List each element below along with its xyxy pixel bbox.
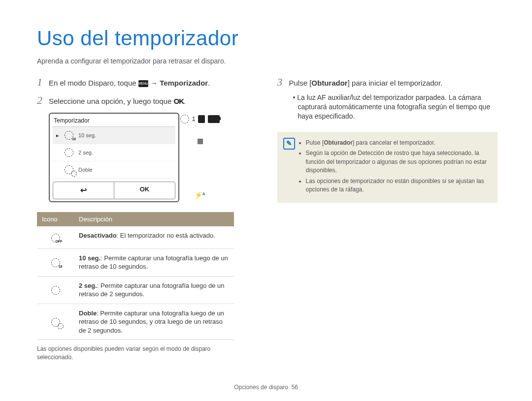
table-row: Doble: Permite capturar una fotografía l… <box>37 304 234 340</box>
info-item: Pulse [Obturador] para cancelar el tempo… <box>306 139 490 147</box>
info-icon: ✎ <box>283 138 295 150</box>
page-footer: Opciones de disparo 56 <box>0 383 532 391</box>
step1-bold: Temporizador <box>160 79 208 87</box>
step-number: 3 <box>277 75 289 90</box>
table-header-desc: Descripción <box>74 212 234 227</box>
lcd-item-label: Doble <box>78 166 93 174</box>
step1-post: . <box>208 79 210 87</box>
sd-card-icon <box>198 115 205 123</box>
timer-double-icon <box>65 165 73 174</box>
battery-icon <box>208 115 220 123</box>
timer-status-icon <box>180 115 189 123</box>
page-title: Uso del temporizador <box>37 25 498 53</box>
timer-off-icon: OFF <box>51 234 60 243</box>
step2-text: Seleccione una opción, y luego toque <box>49 97 174 105</box>
timer-2-icon <box>65 148 73 157</box>
left-column: 1 En el modo Disparo, toque MENU → Tempo… <box>37 75 258 361</box>
lcd-side-icons: 1 ▦ ⚡ᴬ <box>185 113 215 199</box>
step-1: 1 En el modo Disparo, toque MENU → Tempo… <box>37 75 258 90</box>
step-2: 2 Seleccione una opción, y luego toque O… <box>37 93 258 108</box>
lcd-item-label: 2 seg. <box>78 149 93 156</box>
timer-double-icon <box>51 318 60 327</box>
step1-text-pre: En el modo Disparo, toque <box>49 79 138 87</box>
lcd-item-label: 10 seg. <box>78 132 96 139</box>
step3-pre: Pulse [ <box>289 79 312 87</box>
step-3: 3 Pulse [Obturador] para iniciar el temp… <box>277 75 498 90</box>
counter-value: 1 <box>192 115 196 123</box>
table-footnote: Las opciones disponibles pueden variar s… <box>37 345 234 361</box>
step-number: 2 <box>37 93 49 108</box>
step-number: 1 <box>37 75 49 90</box>
step3-bold: Obturador <box>311 79 347 87</box>
table-header-icon: Icono <box>37 212 74 227</box>
lcd-option-2seg[interactable]: 2 seg. <box>53 144 175 161</box>
lcd-title: Temporizador <box>54 117 175 124</box>
info-box: ✎ Pulse [Obturador] para cancelar el tem… <box>277 132 498 203</box>
lcd-ok-button[interactable]: OK <box>114 182 175 199</box>
step3-post: ] para iniciar el temporizador. <box>348 79 443 87</box>
timer-10-icon: 10 <box>65 131 73 140</box>
timer-2-icon <box>51 286 60 295</box>
page-subtitle: Aprenda a configurar el temporizador par… <box>37 57 498 66</box>
timer-10-icon: 10 <box>51 258 60 267</box>
lcd-screenshot: Temporizador ▸ 10 10 seg. 2 seg. <box>49 113 258 202</box>
footer-page-number: 56 <box>292 384 298 391</box>
lcd-back-button[interactable]: ↩ <box>53 182 114 199</box>
lcd-option-doble[interactable]: Doble <box>53 161 175 179</box>
table-row: OFF Desactivado: El temporizador no está… <box>37 226 234 248</box>
menu-icon: MENU <box>138 80 148 87</box>
step1-arrow: → <box>150 79 160 87</box>
flash-auto-icon: ⚡ᴬ <box>195 191 205 200</box>
lcd-option-10seg[interactable]: ▸ 10 10 seg. <box>53 127 175 144</box>
right-column: 3 Pulse [Obturador] para iniciar el temp… <box>277 75 498 361</box>
info-item: Según la opción de Detección de rostro q… <box>306 149 490 175</box>
table-row: 2 seg.: Permite capturar una fotografía … <box>37 276 234 304</box>
footer-section: Opciones de disparo <box>234 384 288 391</box>
info-item: Las opciones de temporizador no están di… <box>306 177 490 194</box>
step3-sub-bullet: • La luz AF auxiliar/luz del temporizado… <box>289 93 498 121</box>
icon-description-table: Icono Descripción OFF Desactivado: El te… <box>37 212 234 340</box>
lcd-screen: Temporizador ▸ 10 10 seg. 2 seg. <box>49 113 179 202</box>
step2-post: . <box>184 97 186 105</box>
ok-icon: OK <box>174 97 184 105</box>
table-row: 10 10 seg.: Permite capturar una fotogra… <box>37 248 234 276</box>
